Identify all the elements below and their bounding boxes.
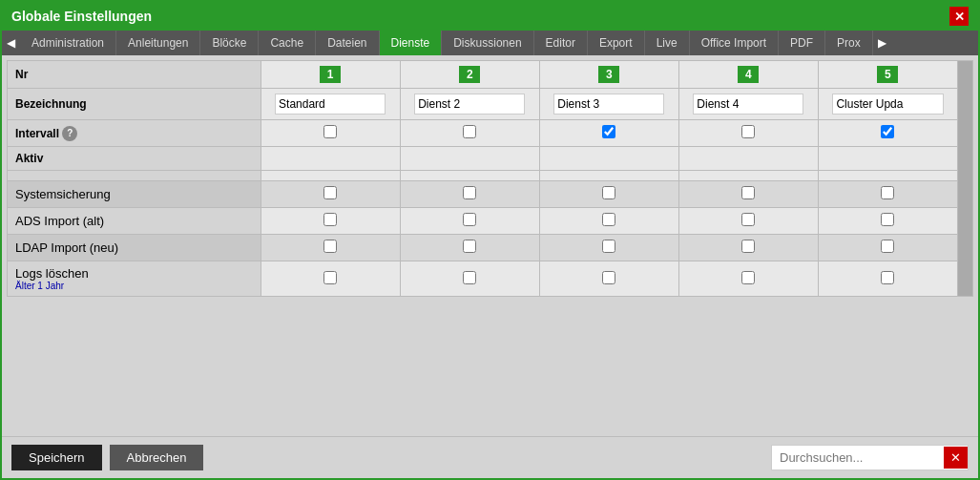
ldap-cb-5[interactable]	[818, 235, 957, 261]
tab-scroll-right[interactable]: ▶	[873, 31, 891, 55]
logs-cb-1[interactable]	[261, 261, 400, 297]
syss-checkbox-1[interactable]	[323, 186, 337, 199]
intervall-checkbox-4[interactable]	[741, 125, 755, 138]
bezeichnung-4[interactable]	[678, 89, 818, 120]
logs-cb-4[interactable]	[678, 261, 818, 297]
syss-cb-4[interactable]	[678, 181, 818, 208]
name-input-1[interactable]	[275, 94, 386, 115]
search-clear-button[interactable]: ✕	[944, 447, 968, 469]
intervall-checkbox-5[interactable]	[881, 125, 894, 138]
ads-checkbox-2[interactable]	[463, 213, 476, 226]
logs-checkbox-3[interactable]	[602, 271, 615, 284]
ldap-cb-1[interactable]	[261, 235, 400, 261]
tab-bloecke[interactable]: Blöcke	[200, 31, 259, 55]
row-systemsicherung: Systemsicherung	[8, 181, 973, 208]
syss-cb-2[interactable]	[400, 181, 539, 208]
bezeichnung-2[interactable]	[400, 89, 539, 120]
tab-live[interactable]: Live	[645, 31, 690, 55]
tab-export[interactable]: Export	[588, 31, 645, 55]
row-aktiv: Aktiv	[8, 147, 973, 171]
ads-cb-4[interactable]	[678, 208, 818, 235]
syss-checkbox-5[interactable]	[881, 186, 894, 199]
tab-prox[interactable]: Prox	[825, 31, 873, 55]
name-input-2[interactable]	[414, 94, 525, 115]
logs-cb-5[interactable]	[818, 261, 957, 297]
bottom-buttons: Speichern Abbrechen	[11, 445, 203, 470]
nr-3: 3	[539, 61, 678, 89]
logs-sublabel: Älter 1 Jahr	[15, 281, 253, 291]
intervall-checkbox-3[interactable]	[602, 125, 615, 138]
bezeichnung-5[interactable]	[818, 89, 957, 120]
ldap-checkbox-3[interactable]	[602, 240, 615, 253]
badge-2: 2	[459, 66, 480, 83]
tab-anleitungen[interactable]: Anleitungen	[116, 31, 200, 55]
logs-checkbox-5[interactable]	[881, 271, 894, 284]
ads-checkbox-5[interactable]	[881, 213, 894, 226]
bezeichnung-3[interactable]	[539, 89, 678, 120]
logs-cb-2[interactable]	[400, 261, 539, 297]
name-input-3[interactable]	[553, 94, 664, 115]
tab-administration[interactable]: Administration	[20, 31, 116, 55]
row-intervall: Intervall ?	[8, 120, 973, 147]
ldap-cb-3[interactable]	[539, 235, 678, 261]
tab-cache[interactable]: Cache	[259, 31, 316, 55]
badge-5: 5	[877, 66, 898, 83]
intervall-cb-4[interactable]	[678, 120, 818, 147]
ldap-cb-4[interactable]	[678, 235, 818, 261]
intervall-help-icon[interactable]: ?	[62, 126, 77, 141]
tab-scroll-left[interactable]: ◀	[2, 31, 20, 55]
content-area: Nr 1 2 3 4 5	[2, 55, 978, 478]
tab-office-import[interactable]: Office Import	[690, 31, 779, 55]
ldap-cb-2[interactable]	[400, 235, 539, 261]
close-button[interactable]: ✕	[949, 7, 969, 26]
syss-checkbox-4[interactable]	[741, 186, 755, 199]
syss-cb-3[interactable]	[539, 181, 678, 208]
tab-diskussionen[interactable]: Diskussionen	[442, 31, 533, 55]
search-input[interactable]	[772, 446, 944, 470]
label-logs-loeschen: Logs löschen Älter 1 Jahr	[8, 261, 261, 297]
intervall-checkbox-2[interactable]	[463, 125, 476, 138]
ads-cb-1[interactable]	[261, 208, 400, 235]
aktiv-empty-4	[678, 147, 818, 171]
ads-checkbox-4[interactable]	[741, 213, 755, 226]
ldap-checkbox-1[interactable]	[323, 240, 337, 253]
label-nr: Nr	[8, 61, 261, 89]
intervall-cb-2[interactable]	[400, 120, 539, 147]
ldap-checkbox-4[interactable]	[741, 240, 755, 253]
ads-checkbox-3[interactable]	[602, 213, 615, 226]
name-input-5[interactable]	[832, 94, 943, 115]
syss-checkbox-3[interactable]	[602, 186, 615, 199]
bezeichnung-1[interactable]	[261, 89, 400, 120]
ads-cb-2[interactable]	[400, 208, 539, 235]
ldap-checkbox-5[interactable]	[881, 240, 894, 253]
syss-cb-5[interactable]	[818, 181, 957, 208]
label-systemsicherung: Systemsicherung	[8, 181, 261, 208]
intervall-cb-1[interactable]	[261, 120, 400, 147]
logs-cb-3[interactable]	[539, 261, 678, 297]
tab-editor[interactable]: Editor	[534, 31, 588, 55]
ads-cb-5[interactable]	[818, 208, 957, 235]
intervall-checkbox-1[interactable]	[323, 125, 337, 138]
intervall-cb-3[interactable]	[539, 120, 678, 147]
tab-pdf[interactable]: PDF	[779, 31, 825, 55]
syss-checkbox-2[interactable]	[463, 186, 476, 199]
logs-checkbox-1[interactable]	[323, 271, 337, 284]
table-container: Nr 1 2 3 4 5	[2, 55, 978, 436]
name-input-4[interactable]	[693, 94, 803, 115]
nr-1: 1	[261, 61, 400, 89]
ldap-checkbox-2[interactable]	[463, 240, 476, 253]
syss-cb-1[interactable]	[261, 181, 400, 208]
save-button[interactable]: Speichern	[11, 445, 102, 470]
tab-dienste[interactable]: Dienste	[380, 31, 443, 55]
label-ads-import: ADS Import (alt)	[8, 208, 261, 235]
badge-3: 3	[598, 66, 619, 83]
intervall-cb-5[interactable]	[818, 120, 957, 147]
row-bezeichnung: Bezeichnung	[8, 89, 973, 120]
tab-dateien[interactable]: Dateien	[316, 31, 379, 55]
cancel-button[interactable]: Abbrechen	[110, 445, 204, 470]
ads-cb-3[interactable]	[539, 208, 678, 235]
aktiv-empty-3	[539, 147, 678, 171]
logs-checkbox-2[interactable]	[463, 271, 476, 284]
logs-checkbox-4[interactable]	[741, 271, 755, 284]
ads-checkbox-1[interactable]	[323, 213, 337, 226]
